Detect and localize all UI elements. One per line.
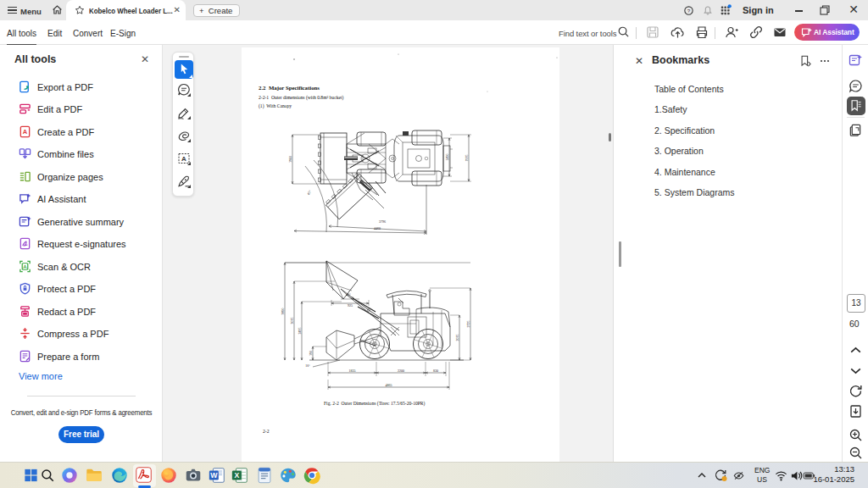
svg-text:3035: 3035 <box>290 318 294 324</box>
svg-text:3890: 3890 <box>281 308 285 315</box>
svg-text:W: W <box>210 471 218 480</box>
svg-text:X: X <box>234 471 239 480</box>
svg-text:2035: 2035 <box>455 335 459 341</box>
svg-text:4865: 4865 <box>386 383 392 387</box>
svg-text:45°: 45° <box>306 189 312 196</box>
svg-text:190: 190 <box>309 351 313 356</box>
svg-text:925: 925 <box>348 303 353 308</box>
svg-text:2725: 2725 <box>466 321 470 328</box>
svg-text:830: 830 <box>433 369 438 373</box>
svg-text:1490: 1490 <box>445 154 449 161</box>
svg-text:2200: 2200 <box>398 369 404 373</box>
svg-text:?: ? <box>687 8 691 14</box>
svg-text:3796: 3796 <box>379 219 386 224</box>
svg-text:1960: 1960 <box>288 156 292 163</box>
svg-text:A: A <box>23 263 27 269</box>
svg-text:45°: 45° <box>346 293 351 297</box>
svg-text:A: A <box>23 128 28 136</box>
svg-text:1835: 1835 <box>349 369 356 373</box>
svg-text:1935: 1935 <box>465 155 469 162</box>
svg-text:2495: 2495 <box>298 328 302 335</box>
svg-text:4460: 4460 <box>374 226 381 230</box>
svg-text:A: A <box>181 155 186 163</box>
svg-text:10°: 10° <box>305 364 310 368</box>
